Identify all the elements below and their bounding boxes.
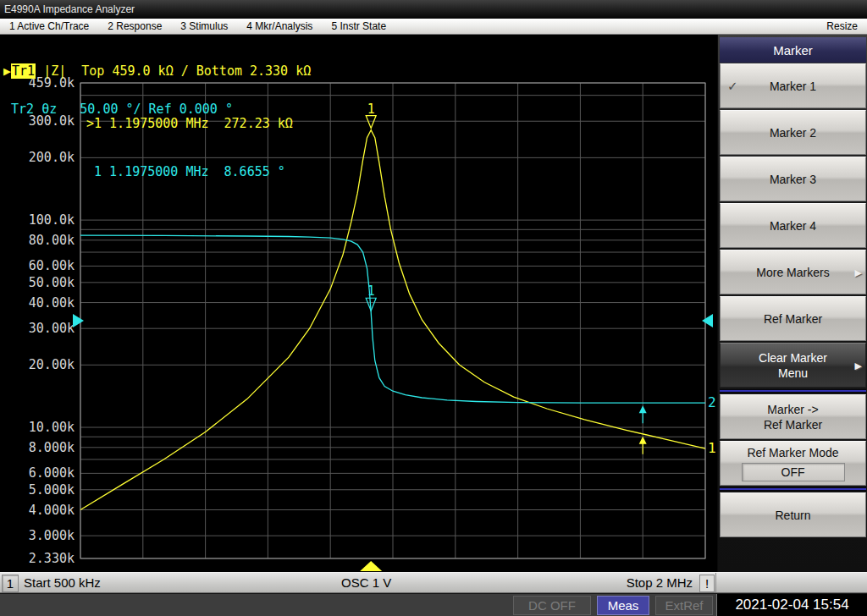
svg-text:1: 1 (367, 102, 375, 117)
osc-level-field[interactable]: OSC 1 V (341, 575, 391, 590)
submenu-arrow-icon: ▶ (855, 358, 862, 373)
menu-item-2-response[interactable]: 2 Response (98, 20, 171, 32)
svg-text:60.00k: 60.00k (29, 258, 75, 273)
svg-text:100.0k: 100.0k (29, 212, 75, 228)
softkey-marker-2[interactable]: Marker 2 (720, 110, 866, 155)
softkey-ref-marker[interactable]: Ref Marker (720, 296, 866, 341)
external-reference-indicator: ExtRef (655, 596, 713, 615)
menu-item-3-stimulus[interactable]: 3 Stimulus (171, 20, 237, 32)
trace2-name: Tr2 (11, 102, 34, 117)
softkey-return[interactable]: Return (720, 492, 866, 537)
marker-readout: >1 1.1975000 MHz 272.23 kΩ 1 1.1975000 M… (86, 84, 293, 212)
svg-text:50.00k: 50.00k (29, 275, 75, 290)
softkey-marker-1[interactable]: Marker 1✓ (720, 63, 866, 108)
statusbar-divider (715, 573, 716, 592)
svg-text:200.0k: 200.0k (29, 150, 75, 165)
trace1-badge: Tr1 (11, 63, 36, 79)
resize-button[interactable]: Resize (817, 20, 867, 32)
softkey-sidebar: Marker Marker 1✓Marker 2Marker 3Marker 4… (717, 35, 867, 572)
check-icon: ✓ (727, 79, 738, 94)
svg-text:40.00k: 40.00k (29, 295, 75, 311)
trace1-scale-line: ▶Tr1 |Z| Top 459.0 kΩ / Bottom 2.330 kΩ (3, 65, 311, 78)
system-status-bar: DC OFF Meas ExtRef 2021-02-04 15:54 (0, 593, 867, 616)
menu-item-5-instr-state[interactable]: 5 Instr State (322, 20, 395, 32)
marker1-trace2-readout: 1 1.1975000 MHz 8.6655 ° (86, 164, 293, 180)
softkey-ref-marker-mode[interactable]: Ref Marker ModeOFF (720, 441, 866, 486)
softkey-marker-ref-marker[interactable]: Marker -> Ref Marker (720, 394, 866, 439)
softkey-menu-title: Marker (720, 37, 866, 63)
menu-bar: 1 Active Ch/Trace2 Response3 Stimulus4 M… (0, 19, 867, 35)
svg-text:80.00k: 80.00k (29, 233, 75, 248)
svg-text:2: 2 (708, 394, 716, 410)
svg-text:1: 1 (367, 283, 375, 299)
softkey-value: OFF (742, 463, 845, 481)
softkey-separator (720, 487, 866, 491)
marker1-trace1-readout: >1 1.1975000 MHz 272.23 kΩ (86, 116, 293, 132)
stimulus-status-bar: 1 Start 500 kHz OSC 1 V Stop 2 MHz ! (0, 572, 867, 593)
menu-item-4-mkr-analysis[interactable]: 4 Mkr/Analysis (237, 20, 322, 32)
start-frequency-field[interactable]: Start 500 kHz (24, 575, 101, 590)
window-title: E4990A Impedance Analyzer (4, 3, 135, 15)
svg-text:5.000k: 5.000k (29, 482, 75, 498)
softkey-button-list: Marker 1✓Marker 2Marker 3Marker 4More Ma… (720, 63, 866, 537)
alert-indicator: ! (699, 575, 715, 592)
svg-text:6.000k: 6.000k (29, 465, 75, 481)
svg-text:3.000k: 3.000k (29, 528, 75, 543)
trace1-scale-text: Top 459.0 kΩ / Bottom 2.330 kΩ (66, 63, 311, 79)
instrument-window: E4990A Impedance Analyzer 1 Active Ch/Tr… (0, 0, 867, 616)
svg-text:4.000k: 4.000k (29, 503, 75, 518)
trace2-format: θz (41, 102, 57, 117)
svg-text:10.00k: 10.00k (29, 420, 75, 435)
softkey-clear-marker-menu[interactable]: Clear Marker Menu▶ (720, 343, 866, 388)
channel-number-badge: 1 (2, 575, 19, 592)
svg-text:30.00k: 30.00k (29, 321, 75, 336)
instrument-screen: 459.0k300.0k200.0k100.0k80.00k60.00k50.0… (0, 35, 717, 572)
softkey-more-markers[interactable]: More Markers▶ (720, 250, 866, 294)
window-titlebar: E4990A Impedance Analyzer (0, 0, 867, 19)
trace1-format: |Z| (43, 63, 66, 79)
stop-frequency-field[interactable]: Stop 2 MHz (627, 575, 693, 590)
svg-text:20.00k: 20.00k (29, 357, 75, 372)
softkey-separator (720, 389, 866, 393)
softkey-marker-4[interactable]: Marker 4 (720, 203, 866, 248)
clock-display: 2021-02-04 15:54 (716, 594, 867, 616)
measurement-state-indicator: Meas (597, 596, 649, 615)
submenu-arrow-icon: ▶ (855, 265, 862, 280)
active-trace-arrow-icon: ▶ (3, 63, 11, 79)
svg-text:2.330k: 2.330k (29, 551, 75, 566)
dc-bias-indicator: DC OFF (513, 596, 591, 615)
softkey-marker-3[interactable]: Marker 3 (720, 157, 866, 201)
menu-item-1-active-ch-trace[interactable]: 1 Active Ch/Trace (0, 20, 98, 32)
svg-text:1: 1 (708, 440, 716, 456)
svg-text:8.000k: 8.000k (29, 440, 75, 455)
